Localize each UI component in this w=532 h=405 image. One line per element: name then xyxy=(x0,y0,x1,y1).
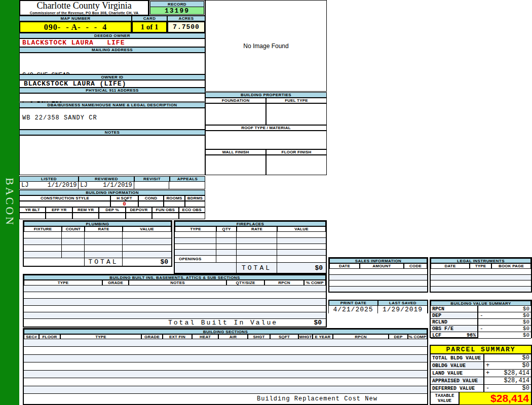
table-cell xyxy=(62,232,85,238)
column-header: YR BLT xyxy=(19,207,46,213)
reviewed-initials: LJ xyxy=(80,182,87,189)
building-sections-footer-row: Building Replacement Cost New xyxy=(24,394,427,404)
deeded-owner-label: DEEDED OWNER xyxy=(19,33,205,38)
dep-value-cell: - $0 xyxy=(477,312,531,319)
rpcn-value-cell: $0 xyxy=(477,306,531,312)
print-saved-panel: PRINT DATE LAST SAVED 4/21/2025 1/29/201… xyxy=(328,300,428,313)
sidebar-banner: BACON xyxy=(0,0,19,405)
foundation-value xyxy=(205,103,266,125)
eff-yr-value xyxy=(46,213,72,219)
summary-row: TOTAL BLDG VALUE $0 xyxy=(431,354,531,362)
table-cell xyxy=(123,252,171,258)
table-row xyxy=(24,362,427,370)
column-header: TYPE xyxy=(470,263,491,269)
table-cell xyxy=(24,245,62,251)
table-row xyxy=(24,312,326,319)
column-header: REM YR xyxy=(72,207,99,213)
no-image-text: No Image Found xyxy=(243,43,288,50)
column-header: H SQFT xyxy=(110,195,138,201)
listed-date: 1/1/2019 xyxy=(48,182,77,189)
notes-label: NOTES xyxy=(19,130,205,135)
column-header: ECO OBS xyxy=(179,207,205,213)
dep-pct-value xyxy=(99,213,125,219)
fireplaces-table: FIREPLACES TYPE QTY RATE VALUE OPENINGS … xyxy=(174,220,327,274)
foundation-fuel-value-row xyxy=(205,103,327,125)
floor-finish-label: FLOOR FINISH xyxy=(266,149,327,155)
appraised-value-label: APPRAISED VALUE xyxy=(431,377,483,385)
table-cell xyxy=(62,245,85,251)
table-row xyxy=(175,244,326,250)
appeals-label: APPEALS xyxy=(170,176,205,182)
deferred-value-label: DEFERRED VALUE xyxy=(431,385,483,392)
fireplaces-total-value: $0 xyxy=(277,263,326,273)
table-row xyxy=(175,232,326,238)
column-header: TYPE xyxy=(60,334,141,339)
deeded-owner-value: BLACKSTOCK LAURA LIFE xyxy=(19,38,205,47)
table-row xyxy=(24,306,326,312)
rpcn-label: RPCN xyxy=(431,306,477,312)
owner-id-label: OWNER ID xyxy=(19,74,205,80)
table-cell xyxy=(216,238,237,244)
table-row xyxy=(329,275,427,281)
fireplaces-total-label: TOTAL xyxy=(237,263,277,273)
card-label: CARD xyxy=(132,16,167,21)
total-bldg-value-cell: $0 xyxy=(483,354,531,362)
obs-fe-value-cell: - $0 xyxy=(477,326,531,332)
table-row xyxy=(329,280,427,287)
table-cell xyxy=(85,238,123,245)
fun-obs-value xyxy=(152,213,178,219)
print-saved-header-row: PRINT DATE LAST SAVED xyxy=(329,300,428,306)
table-row xyxy=(24,286,326,292)
table-cell xyxy=(216,244,237,250)
wall-floor-value-row xyxy=(205,155,327,175)
rclnd-label: RCLND xyxy=(431,319,477,326)
summary-row: APPRAISED VALUE $28,414 xyxy=(431,377,531,385)
table-cell xyxy=(24,252,62,258)
table-cell xyxy=(277,238,326,244)
column-header: QTY/SIZE xyxy=(226,280,264,286)
floor-finish-value xyxy=(266,155,327,175)
bdrms-value xyxy=(185,201,205,207)
table-row xyxy=(431,287,531,292)
table-cell xyxy=(277,250,326,255)
table-cell xyxy=(237,238,277,244)
dep-label: DEP xyxy=(431,312,477,319)
parcel-summary-panel: PARCEL SUMMARY TOTAL BLDG VALUE $0 OBLDG… xyxy=(430,345,532,405)
column-header: QTY xyxy=(216,226,237,232)
physical-address-label: PHYSICAL 911 ADDRESS xyxy=(19,88,205,93)
owner-id-value: BLACKSTOCK LAURA (LIFE) xyxy=(19,80,205,88)
fuel-type-label: FUEL TYPE xyxy=(266,98,327,103)
column-header: RATE xyxy=(237,226,277,232)
table-row xyxy=(24,355,427,362)
lcf-value-cell: $0 xyxy=(477,332,531,339)
print-date-value: 4/21/2025 xyxy=(329,306,378,313)
column-header: BOOK PAGE xyxy=(491,263,531,269)
appraised-value: $28,414 xyxy=(504,377,529,384)
building-properties-label: BUILDING PROPERTIES xyxy=(205,92,327,98)
listed-label: LISTED xyxy=(19,176,79,182)
table-row xyxy=(175,250,326,256)
legal-instruments-table: LEGAL INSTRUMENTS DATE TYPE BOOK PAGE xyxy=(430,257,532,293)
land-value-label: LAND VALUE xyxy=(431,370,483,377)
acres-label: ACRES xyxy=(167,16,205,21)
yr-blt-value xyxy=(19,213,46,219)
building-value-summary-label: BUILDING VALUE SUMMARY xyxy=(431,301,531,306)
plumbing-total-label: TOTAL xyxy=(85,258,123,266)
rem-yr-value xyxy=(72,213,99,219)
column-header: CODE xyxy=(404,263,427,269)
eco-obs-value xyxy=(179,213,205,219)
column-header: AIR xyxy=(218,334,248,339)
column-header: CONSTRUCTION STYLE xyxy=(19,195,110,201)
revisit-label: REVISIT xyxy=(134,176,170,182)
summary-row: LCF 96% $0 xyxy=(431,332,531,339)
table-row xyxy=(24,386,427,394)
map-value-row: 090- - A- - - 4 1 of 1 7.7500 xyxy=(19,21,205,33)
table-row xyxy=(431,275,531,281)
column-header: FUN OBS xyxy=(152,207,178,213)
column-header: COUNT xyxy=(62,226,85,232)
column-header: GRADE xyxy=(141,334,163,339)
reviewed-date: 1/1/2019 xyxy=(103,182,132,189)
building-sections-table: BUILDING SECTIONS SEC# FLOOR TYPE GRADE … xyxy=(23,328,428,405)
column-header: TYPE xyxy=(24,280,102,286)
county-header: Charlotte County Virginia Commissioner o… xyxy=(19,0,149,16)
